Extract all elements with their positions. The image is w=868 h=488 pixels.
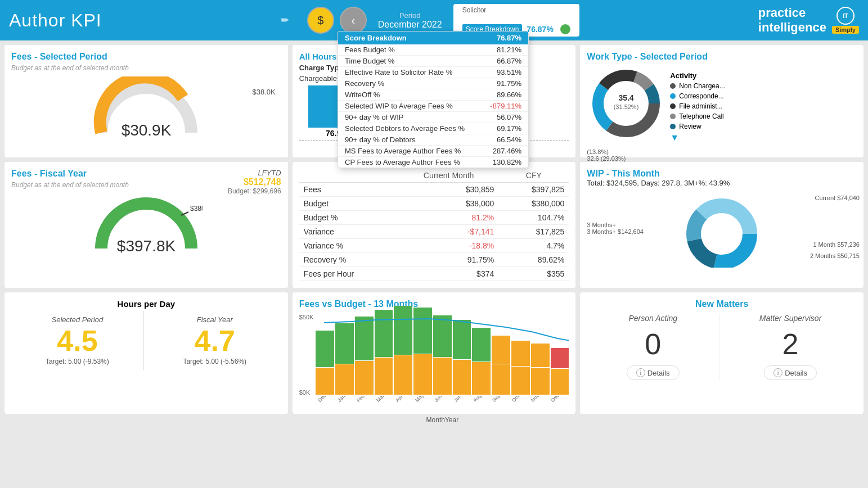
bar-oct22 [511, 341, 530, 395]
table-row-recovery: Recovery % 91.75% 89.62% [299, 253, 569, 267]
period-value[interactable]: December 2022 [378, 20, 442, 30]
y-label-0k: $0K [299, 389, 314, 396]
period-selector: Period December 2022 [378, 11, 442, 30]
fees-budget-chart: $50K $0K [299, 311, 569, 407]
person-acting-value: 0 [587, 327, 719, 361]
fees-period-card: Fees - Selected Period Budget as at the … [5, 45, 288, 157]
score-popup-row-5: Selected WIP to Average Fees %-879.11% [338, 101, 528, 112]
summary-table: Current Month CFY Fees $30,859 $397,825 … [299, 169, 569, 281]
matter-supervisor-label: Matter Supervisor [724, 314, 857, 323]
x-label-jul22: Jul-22 [453, 396, 470, 403]
fees-fiscal-card: Fees - Fiscal Year Budget as at the end … [5, 162, 288, 288]
matter-supervisor-details-btn[interactable]: i Details [764, 365, 817, 380]
bar-may22 [413, 308, 432, 395]
col-current: Current Month [399, 169, 498, 183]
score-popup-header: Score Breakdown 76.87% [338, 31, 528, 44]
x-label-dec22: Dec-22 [550, 396, 567, 403]
bar-feb22 [355, 317, 374, 395]
x-label-feb22: Feb-22 [356, 396, 373, 403]
lfytd-budget: Budget: $299,696 [228, 187, 281, 195]
hours-selected-section: Selected Period 4.5 Target: 5.00 (-9.53%… [11, 311, 144, 370]
svg-text:$30.9K: $30.9K [121, 121, 171, 139]
x-label-dec21: Dec-21 [317, 396, 334, 403]
svg-text:35.4: 35.4 [619, 93, 634, 102]
bar-nov22 [531, 344, 550, 395]
work-type-donut: 35.4 (31.52%) (13.8%) 32.6 (29.03%) [587, 64, 665, 145]
solicitor-label: Solicitor [462, 6, 570, 14]
wip-month3-label: 3 Months+3 Months+ $142,604 [587, 222, 644, 235]
chart-bars-area: Dec-21 Jan-22 Feb-22 Mar-22 Apr-22 May-2… [316, 311, 569, 407]
table-row-fees: Fees $30,859 $397,825 [299, 183, 569, 197]
bar-sep22 [492, 336, 510, 395]
x-label-jun22: Jun-22 [433, 396, 451, 403]
work-type-legend: Activity Non Chargea... Corresponde... F… [670, 71, 725, 143]
dollar-button[interactable]: $ [307, 7, 334, 34]
x-label-aug22: Aug-22 [472, 396, 489, 403]
work-type-title: Work Type - Selected Period [587, 52, 857, 62]
header: Author KPI ✏ $ ‹ Period December 2022 So… [0, 0, 868, 40]
info-icon-pa: i [636, 368, 645, 377]
wip-card: WIP - This Month Total: $324,595, Days: … [580, 162, 863, 288]
bar-jan22 [335, 323, 354, 395]
score-popup-row-3: Recovery %91.75% [338, 78, 528, 89]
new-matters-title: New Matters [587, 299, 857, 309]
lfytd-value: $512,748 [228, 177, 281, 187]
work-type-card: Work Type - Selected Period 35.4 (31.52%… [580, 45, 863, 157]
new-matters-card: New Matters Person Acting 0 i Details Ma… [580, 292, 863, 414]
score-popup-row-7: Selected Debtors to Average Fees %69.17% [338, 123, 528, 134]
chart-bars [316, 311, 569, 395]
bar-apr22 [394, 306, 412, 395]
donut-svg: 35.4 (31.52%) [587, 64, 665, 143]
bottom-label1: (13.8%) [587, 148, 609, 155]
person-acting-details-btn[interactable]: i Details [627, 365, 680, 380]
legend-more[interactable]: ▼ [670, 133, 725, 143]
it-badge: IT [836, 7, 854, 25]
legend-dot-nc [670, 83, 676, 89]
hours-selected-label: Selected Period [16, 315, 139, 324]
hours-selected-target: Target: 5.00 (-9.53%) [16, 358, 139, 365]
simply-badge: Simply [832, 26, 859, 34]
back-button[interactable]: ‹ [340, 7, 367, 34]
lfytd-block: LFYTD $512,748 Budget: $299,696 [228, 169, 281, 195]
edit-icon[interactable]: ✏ [281, 14, 289, 26]
app-title: Author KPI [9, 10, 102, 31]
wip-month2-label: 2 Months $50,715 [810, 252, 860, 259]
bar-mar22 [375, 310, 393, 395]
charge-type-label: Charge Type [299, 64, 343, 72]
score-popup-row-10: CP Fees to Average Author Fees %130.82% [338, 157, 528, 168]
bar-dec21 [316, 331, 334, 395]
logo-text1: practiceintelligence [758, 6, 826, 34]
person-acting-section: Person Acting 0 i Details [587, 314, 719, 380]
x-label-nov22: Nov-22 [530, 396, 547, 403]
legend-dot-rev [670, 124, 676, 129]
bottom-label2: 32.6 (29.03%) [587, 155, 626, 162]
fees-gauge-svg: $30.9K [90, 76, 203, 144]
fees-fiscal-title: Fees - Fiscal Year [11, 169, 129, 179]
table-row-budget: Budget $38,000 $380,000 [299, 197, 569, 211]
fees-budget-title: Fees vs Budget - 13 Months [299, 299, 569, 309]
hours-day-title: Hours per Day [11, 299, 281, 309]
matter-supervisor-section: Matter Supervisor 2 i Details [724, 314, 857, 380]
fees-fiscal-subtitle: Budget as at the end of selected month [11, 181, 129, 189]
score-popup-row-0: Fees Budget %81.21% [338, 44, 528, 56]
fees-period-gauge: $30.9K $38.0K [11, 76, 281, 144]
score-popup-row-8: 90+ day % of Debtors66.54% [338, 134, 528, 146]
score-popup-row-6: 90+ day % of WIP56.07% [338, 112, 528, 123]
wip-donut: Current $74,040 1 Month $57,236 2 Months… [587, 192, 857, 265]
activity-label: Activity [670, 71, 725, 80]
score-popup-row-9: MS Fees to Average Author Fees %287.46% [338, 146, 528, 157]
x-label-mar22: Mar-22 [375, 396, 393, 403]
hours-fiscal-label: Fiscal Year [153, 315, 277, 324]
score-popup-row-2: Effective Rate to Solicitor Rate %93.51% [338, 67, 528, 78]
legend-dot-fa [670, 103, 676, 109]
fees-period-target: $38.0K [252, 88, 275, 96]
fees-fiscal-gauge: $380.0K $397.8K [11, 195, 281, 257]
y-label-50k: $50K [299, 314, 314, 320]
svg-text:$380.0K: $380.0K [190, 205, 203, 213]
wip-month1-label: 1 Month $57,236 [813, 241, 860, 248]
svg-text:(31.52%): (31.52%) [614, 103, 639, 110]
score-indicator [560, 24, 570, 34]
header-controls: $ ‹ [307, 7, 367, 34]
x-axis-title: MonthYear [316, 416, 569, 424]
legend-dot-tel [670, 114, 676, 119]
